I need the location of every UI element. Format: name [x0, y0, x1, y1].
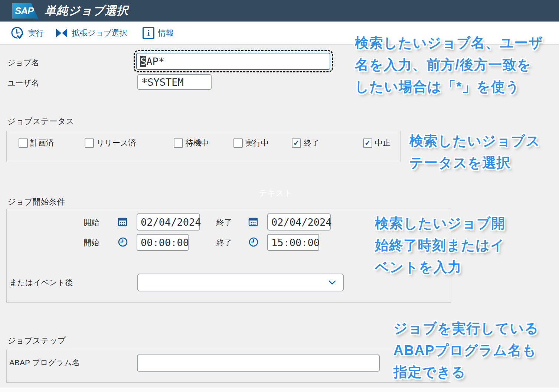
checkbox-icon[interactable] [19, 138, 28, 148]
end-date-value: 02/04/2024 [271, 216, 332, 228]
clock-icon [248, 237, 259, 249]
checkbox-icon[interactable] [85, 138, 94, 148]
info-icon: i [143, 27, 154, 39]
user-name-label: ユーザ名 [7, 78, 39, 88]
end-time-input[interactable]: 15:00:00 [267, 234, 319, 251]
extended-job-selection-button[interactable]: 拡張ジョブ選択 [55, 22, 127, 45]
job-step-section-title: ジョブステップ [7, 335, 66, 346]
start-date-value: 02/04/2024 [141, 216, 201, 228]
checkbox-icon[interactable] [174, 138, 183, 148]
start-date-input[interactable]: 02/04/2024 [137, 213, 200, 231]
chevron-down-icon [328, 280, 336, 285]
title-bar: SAP 単純ジョブ選択 [0, 0, 559, 22]
calendar-icon [248, 216, 258, 228]
job-name-input[interactable]: SAP* [136, 53, 330, 70]
user-name-input[interactable]: *SYSTEM [137, 74, 212, 90]
checkbox-cancelled[interactable]: ✓ 中止 [363, 138, 390, 148]
clock-icon [118, 237, 128, 249]
start-time-value: 00:00:00 [141, 237, 189, 248]
checkbox-icon[interactable] [233, 138, 243, 148]
execute-button[interactable]: 実行 [10, 22, 44, 45]
end-time-label: 終了 [216, 238, 232, 248]
annotation-status-hint: 検索したいジョブス テータスを選択 [409, 130, 540, 174]
end-time-value: 15:00:00 [271, 237, 320, 248]
start-date-label: 開始 [84, 217, 99, 228]
ghost-watermark-text: テキスト [259, 188, 292, 198]
info-button[interactable]: i 情報 [143, 22, 174, 45]
after-event-dropdown[interactable] [137, 274, 344, 291]
job-status-section-title: ジョブステータス [7, 116, 74, 127]
checkbox-released[interactable]: リリース済 [85, 138, 136, 148]
sap-logo: SAP [12, 3, 38, 19]
extended-job-selection-label: 拡張ジョブ選択 [72, 28, 127, 38]
annotation-job-name-hint: 検索したいジョブ名、ユーザ 名を入力、前方/後方一致を したい場合は「*」を使う [355, 32, 543, 98]
checkbox-active[interactable]: 実行中 [233, 138, 269, 148]
bottom-strip [0, 388, 559, 392]
abap-program-input[interactable] [137, 355, 380, 372]
abap-program-label: ABAP プログラム名 [9, 357, 80, 368]
start-time-label: 開始 [84, 238, 99, 248]
annotation-abap-hint: ジョブを実行している ABAPプログラム名も 指定できる [393, 317, 539, 383]
annotation-start-condition-hint: 検索したいジョブ開 始終了時刻またはイ ベントを入力 [375, 212, 506, 278]
job-name-value: AP* [146, 56, 164, 67]
job-name-label: ジョブ名 [7, 58, 39, 68]
page-title: 単純ジョブ選択 [45, 0, 128, 22]
execute-button-label: 実行 [28, 28, 44, 38]
execute-clock-check-icon [10, 26, 24, 40]
start-condition-section-title: ジョブ開始条件 [7, 196, 65, 208]
selected-character: S [140, 56, 146, 67]
start-time-input[interactable]: 00:00:00 [137, 234, 189, 251]
user-name-value: *SYSTEM [141, 76, 184, 88]
checkbox-ready[interactable]: 待機中 [174, 138, 209, 148]
end-date-label: 終了 [216, 217, 232, 228]
checkbox-icon[interactable]: ✓ [292, 138, 301, 148]
end-date-input[interactable]: 02/04/2024 [267, 213, 331, 231]
checkbox-icon[interactable]: ✓ [363, 138, 372, 148]
info-button-label: 情報 [158, 28, 174, 38]
calendar-icon [117, 216, 128, 228]
checkbox-scheduled[interactable]: 計画済 [19, 138, 54, 148]
two-triangles-icon [55, 27, 68, 39]
after-event-label: またはイベント後 [9, 277, 73, 288]
checkbox-finished[interactable]: ✓ 終了 [292, 138, 319, 148]
